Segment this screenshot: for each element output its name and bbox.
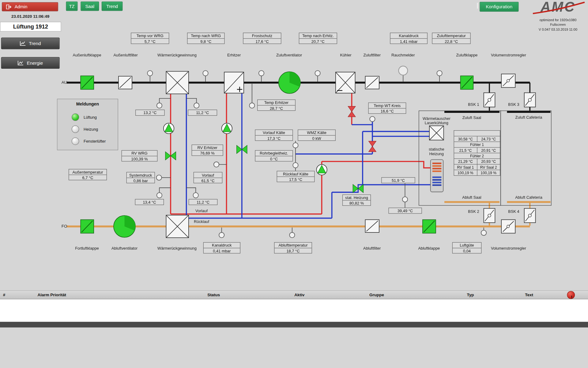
sensor xyxy=(481,230,486,236)
component-label-erhitzer: Erhitzer xyxy=(227,52,241,57)
gauge-vorlauf-kaelte: Vorlauf Kälte 17,3 °C xyxy=(255,129,293,141)
status-led-lueftung xyxy=(72,113,79,121)
gauge-label: Frostschutz xyxy=(243,33,281,38)
sensor xyxy=(193,193,198,198)
gauge-label: Kanaldruck xyxy=(390,33,427,38)
supply-air-filter[interactable] xyxy=(365,76,379,89)
table-cell: 30,58 °C xyxy=(454,136,477,142)
table-row-fuehler2: Fühler 2 xyxy=(454,153,500,159)
cooler-shutoff-valve[interactable] xyxy=(348,106,355,117)
fire-damper-bsk3[interactable] xyxy=(524,93,536,107)
gauge-aussentemperatur: Außentemperatur 6,7 °C xyxy=(69,169,107,180)
gauge-value: 0 °C xyxy=(255,156,292,161)
outdoor-air-filter[interactable] xyxy=(119,76,132,89)
gauge-label: Temp Erhitzer xyxy=(258,100,295,105)
gauge-label: WMZ Kälte xyxy=(298,130,335,135)
heat-recovery-top[interactable] xyxy=(166,71,188,94)
volume-flow-controller-supply[interactable] xyxy=(501,74,515,87)
gauge-wrg-glycol-in: 13,2 °C xyxy=(135,110,165,116)
sensor xyxy=(293,163,298,168)
exhaust-fan[interactable] xyxy=(114,216,135,237)
exhaust-air-damper[interactable] xyxy=(423,220,436,233)
gauge-value: 20,7 °C xyxy=(299,38,337,44)
status-led-heizung xyxy=(72,125,79,133)
fire-damper-bsk2[interactable] xyxy=(484,209,495,223)
cooler-coil[interactable] xyxy=(336,72,355,93)
gauge-wrg-glycol-bottom-out: 11,2 °C xyxy=(189,199,217,205)
alarm-table-header: # Alarm Priorität Status Aktiv Gruppe Ty… xyxy=(0,290,588,299)
pipe-label-ruecklauf: Rücklauf xyxy=(194,219,209,224)
gauge-rv-erhitzer: RV Erhitzer 76,69 % xyxy=(192,144,223,156)
label-zuluft-saal: Zuluft Saal xyxy=(462,115,481,120)
pipe-label-vorlauf: Vorlauf xyxy=(195,209,208,213)
gauge-value: 28,7 °C xyxy=(258,105,295,110)
gauge-zulufttemperatur: Zulufttemperatur 22,8 °C xyxy=(432,33,471,44)
cafeteria-panel-frame xyxy=(501,111,551,205)
sensor xyxy=(157,103,162,108)
gauge-value: 16,6 °C xyxy=(369,108,406,113)
heater-pump[interactable] xyxy=(222,123,232,134)
laser-cooling-heat-exchanger[interactable] xyxy=(429,126,444,140)
supply-air-damper[interactable] xyxy=(461,76,473,89)
gauge-label: Temp vor WRG xyxy=(131,33,169,38)
sensor xyxy=(289,232,295,238)
outdoor-air-damper[interactable] xyxy=(81,76,94,89)
table-row-fuehler1: Fühler 1 xyxy=(454,142,500,148)
smoke-detector[interactable] xyxy=(399,66,408,82)
heater-coil[interactable] xyxy=(224,72,244,93)
sensor xyxy=(437,71,442,76)
duct-label-fo: FO xyxy=(62,224,67,228)
gauge-label: RV WRG xyxy=(122,151,157,156)
static-heating-buffer-tank[interactable] xyxy=(431,159,443,192)
label-abluft-saal: Abluft Saal xyxy=(462,195,481,200)
wt-kreis-valve[interactable] xyxy=(369,141,376,151)
label-heizung: Heizung xyxy=(429,151,444,156)
gauge-value: 18,7 °C xyxy=(274,248,311,253)
gauge-luftguete: Luftgüte 0,04 xyxy=(452,242,482,254)
gauge-value: 13,4 °C xyxy=(135,199,164,205)
heat-recovery-bottom[interactable] xyxy=(166,215,188,238)
gauge-label: Systemdruck xyxy=(127,172,155,178)
amc-logo-swoosh xyxy=(530,0,586,17)
gauge-value: 61,5 °C xyxy=(194,178,222,183)
gauge-temp-nach-wrg: Temp nach WRG 9,8 °C xyxy=(187,33,224,44)
gauge-wrg-glycol-out: 11,2 °C xyxy=(188,110,217,116)
alarm-indicator-icon[interactable]: ! xyxy=(567,291,575,299)
wrg-pump[interactable] xyxy=(164,123,174,134)
sensor xyxy=(402,197,408,202)
sensor xyxy=(156,175,162,180)
gauge-frostschutz: Frostschutz 17,6 °C xyxy=(243,33,281,44)
gauge-value: 0,04 xyxy=(453,248,481,253)
exhaust-outlet-damper[interactable] xyxy=(81,220,94,233)
gauge-temp-wt-kreis: Temp WT-Kreis 16,6 °C xyxy=(368,102,406,114)
fire-damper-bsk4[interactable] xyxy=(524,209,536,223)
meldungen-title: Meldungen xyxy=(57,102,118,106)
label-abluft-cafeteria: Abluft Cafeteria xyxy=(515,195,542,200)
supply-fan[interactable] xyxy=(279,72,300,94)
gauge-heating-return-temp: 39,49 °C xyxy=(389,208,422,214)
table-cell: 20,93 °C xyxy=(477,159,500,164)
gauge-value: 6,7 °C xyxy=(69,174,106,180)
sensor xyxy=(219,232,224,238)
component-label-rauchmelder: Rauchmelder xyxy=(391,52,415,57)
alarm-col-number: # xyxy=(3,293,6,297)
component-label-zuluftklappe: Zuluftklappe xyxy=(456,52,477,57)
alarm-col-status: Status xyxy=(207,293,220,297)
gauge-rohrbegleitheiz: Rohrbegleitheiz. 0 °C xyxy=(255,150,293,162)
gauge-vorlauf: Vorlauf 61,5 °C xyxy=(194,172,222,183)
gauge-rv-wrg: RV WRG 100,39 % xyxy=(122,150,158,162)
fire-damper-bsk1[interactable] xyxy=(484,93,495,107)
bottom-status-bar xyxy=(0,322,588,327)
gauge-ruecklauf-kaelte: Rücklauf Kälte 17,5 °C xyxy=(277,171,315,182)
gauge-value: 22,8 °C xyxy=(432,38,470,44)
exhaust-air-filter[interactable] xyxy=(365,220,379,232)
table-cell-rv-saal-2: RV Saal 2 xyxy=(477,164,500,170)
sensor xyxy=(370,117,375,122)
table-cell-rv-saal-1: RV Saal 1 xyxy=(454,164,477,170)
meldungen-item-fensterluefter: Fensterlüfter xyxy=(72,137,106,145)
volume-flow-controller-exhaust[interactable] xyxy=(501,220,515,233)
static-heating-pump[interactable] xyxy=(316,164,327,175)
duct-label-au: AU xyxy=(62,80,67,85)
gauge-value: 76,69 % xyxy=(192,150,223,155)
alarm-col-text: Text xyxy=(525,293,533,297)
